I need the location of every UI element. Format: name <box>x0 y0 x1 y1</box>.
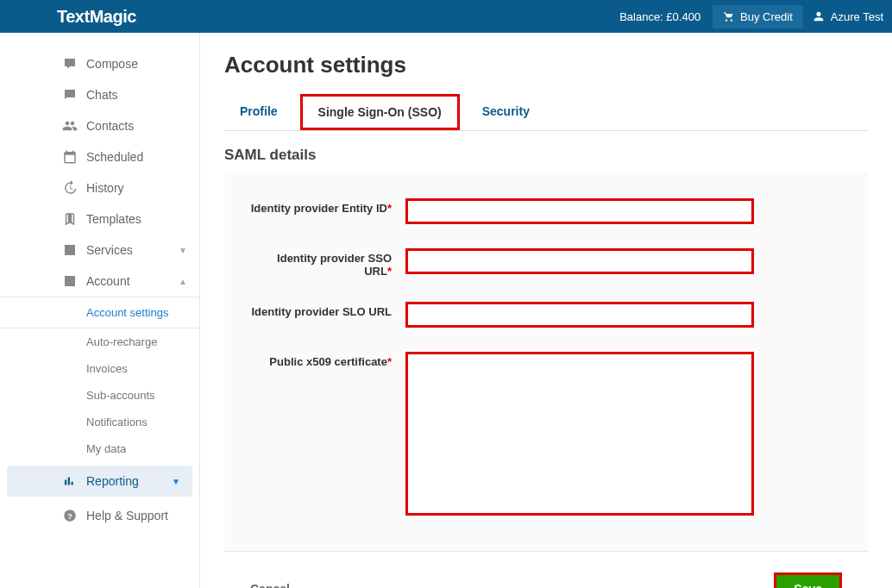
slo-url-label: Identity provider SLO URL <box>250 302 405 318</box>
account-icon <box>59 273 81 289</box>
sidebar-item-help[interactable]: ? Help & Support <box>0 500 199 531</box>
sidebar-sub-account-settings[interactable]: Account settings <box>0 297 200 328</box>
section-title: SAML details <box>224 147 868 164</box>
contacts-icon <box>59 118 81 134</box>
sidebar-item-account[interactable]: Account ▲ <box>0 266 199 297</box>
calendar-icon <box>59 149 81 165</box>
main-content: Account settings Profile Single Sign-On … <box>200 33 892 588</box>
entity-id-label: Identity provider Entity ID* <box>250 198 405 215</box>
cert-textarea[interactable] <box>405 352 754 516</box>
sidebar-item-compose[interactable]: Compose <box>0 48 199 79</box>
sidebar: Compose Chats Contacts Scheduled History… <box>0 33 200 588</box>
sidebar-sub-invoices[interactable]: Invoices <box>0 355 199 382</box>
sidebar-item-history[interactable]: History <box>0 172 199 203</box>
sidebar-sub-mydata[interactable]: My data <box>0 435 199 462</box>
tabs: Profile Single Sign-On (SSO) Security <box>224 96 868 131</box>
sidebar-item-reporting[interactable]: Reporting ▼ <box>7 466 192 497</box>
compose-icon <box>59 56 81 72</box>
user-name: Azure Test <box>831 10 883 23</box>
saml-form: Identity provider Entity ID* Identity pr… <box>224 172 868 551</box>
sidebar-item-services[interactable]: Services ▼ <box>0 235 199 266</box>
form-footer: Cancel Save <box>224 551 868 588</box>
sidebar-item-scheduled[interactable]: Scheduled <box>0 141 199 172</box>
tab-profile[interactable]: Profile <box>224 96 293 130</box>
sidebar-item-label: Scheduled <box>86 150 143 164</box>
cancel-button[interactable]: Cancel <box>250 582 290 588</box>
sidebar-item-label: Services <box>86 243 133 257</box>
entity-id-input[interactable] <box>405 198 754 224</box>
sso-url-label: Identity provider SSO URL* <box>250 248 405 278</box>
reporting-icon <box>59 473 81 489</box>
balance-text: Balance: £0.400 <box>619 10 700 23</box>
svg-text:?: ? <box>67 511 72 521</box>
cart-icon <box>723 10 735 22</box>
sidebar-item-label: Chats <box>86 88 118 102</box>
sidebar-item-label: Account <box>86 274 130 288</box>
sidebar-item-label: Contacts <box>86 119 134 133</box>
templates-icon <box>59 211 81 227</box>
tab-sso[interactable]: Single Sign-On (SSO) <box>300 94 460 130</box>
chat-icon <box>59 87 81 103</box>
user-menu[interactable]: Azure Test <box>812 9 883 23</box>
history-icon <box>59 180 81 196</box>
sidebar-sub-subaccounts[interactable]: Sub-accounts <box>0 382 199 409</box>
sidebar-item-label: Help & Support <box>86 509 168 522</box>
buy-credit-button[interactable]: Buy Credit <box>713 5 803 28</box>
save-button[interactable]: Save <box>776 575 839 588</box>
help-icon: ? <box>59 508 81 523</box>
sso-url-input[interactable] <box>405 248 754 274</box>
chevron-up-icon: ▲ <box>179 277 187 286</box>
sidebar-item-contacts[interactable]: Contacts <box>0 110 199 141</box>
cert-label: Public x509 certificate* <box>250 352 405 368</box>
user-icon <box>812 9 826 23</box>
sidebar-item-chats[interactable]: Chats <box>0 79 199 110</box>
page-title: Account settings <box>224 52 868 78</box>
chevron-down-icon: ▼ <box>179 246 187 255</box>
tab-security[interactable]: Security <box>467 96 545 130</box>
sidebar-item-label: Compose <box>86 57 138 71</box>
buy-credit-label: Buy Credit <box>740 10 793 23</box>
sidebar-item-label: Templates <box>86 212 141 226</box>
sidebar-sub-notifications[interactable]: Notifications <box>0 409 199 435</box>
logo[interactable]: TextMagic <box>57 7 136 27</box>
sidebar-item-templates[interactable]: Templates <box>0 203 199 235</box>
chevron-down-icon: ▼ <box>172 477 180 486</box>
services-icon <box>59 242 81 258</box>
slo-url-input[interactable] <box>405 302 754 328</box>
sidebar-item-label: History <box>86 181 124 195</box>
header: TextMagic Balance: £0.400 Buy Credit Azu… <box>0 0 892 33</box>
sidebar-sub-auto-recharge[interactable]: Auto-recharge <box>0 328 199 355</box>
sidebar-item-label: Reporting <box>86 474 139 488</box>
